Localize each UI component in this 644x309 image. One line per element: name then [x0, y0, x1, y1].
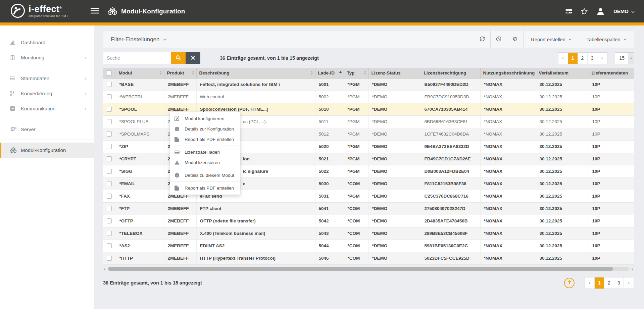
- sidebar-item-server[interactable]: ⚙⚙Server: [0, 122, 94, 137]
- column-header-lieferantendaten[interactable]: Lieferantendaten: [589, 68, 634, 78]
- row-checkbox[interactable]: [107, 94, 112, 99]
- row-checkbox[interactable]: [107, 107, 112, 112]
- cell-verfallsdatum: 30.12.2025: [536, 177, 589, 190]
- row-checkbox[interactable]: [107, 256, 112, 261]
- cell-lizenzberechtigung: FB49C7CD1C7AD26E: [421, 153, 480, 165]
- page-next[interactable]: ›: [597, 53, 607, 64]
- row-checkbox[interactable]: [107, 194, 112, 199]
- column-header-verfallsdatum[interactable]: Verfallsdatum: [536, 68, 589, 78]
- search-input[interactable]: [103, 52, 171, 64]
- sidebar-item-label: Kommunikation: [21, 106, 55, 111]
- cell-lizenzberechtigung: 6BD66B6163B3CF81: [421, 115, 480, 128]
- column-label: Lieferantendaten: [592, 70, 628, 75]
- column-header-nutzungsbeschr-nkung[interactable]: Nutzungsbeschränkung: [480, 68, 536, 78]
- cell-lizenz-status: *DEMO: [368, 240, 421, 252]
- context-menu-item-modul-konfigurieren[interactable]: Modul konfigurieren: [170, 113, 240, 124]
- context-menu-item-details-zu-diesem-modul[interactable]: Details zu diesem Modul: [170, 170, 240, 181]
- scrollbar-track[interactable]: [108, 267, 629, 271]
- clear-search-button[interactable]: [186, 52, 200, 64]
- cell-beschreibung: X.400 (Telekom business mail): [196, 227, 315, 240]
- table-row-oftp[interactable]: *OFTP2MEBEFFOFTP (odette file transfer)5…: [103, 215, 634, 227]
- app: i-effect® integrated solutions for IBM i…: [0, 0, 644, 309]
- sidebar-item-stammdaten[interactable]: Stammdaten‹: [0, 71, 94, 86]
- user-avatar-icon[interactable]: [596, 7, 605, 15]
- page-prev[interactable]: ‹: [585, 277, 595, 289]
- column-header-lizenzberechtigung[interactable]: Lizenzberechtigung: [421, 68, 480, 78]
- history-button[interactable]: [490, 31, 507, 48]
- filter-settings-toggle[interactable]: Filter-Einstellungen: [103, 31, 474, 48]
- cell-modul: *EMAIL: [116, 177, 164, 190]
- scroll-left-icon[interactable]: ‹: [103, 266, 106, 272]
- row-checkbox[interactable]: [107, 206, 112, 211]
- row-checkbox[interactable]: [107, 156, 112, 161]
- column-header-beschreibung[interactable]: Beschreibung: [196, 68, 315, 78]
- table-row-telebox[interactable]: *TELEBOX2MEBEFFX.400 (Telekom business m…: [103, 227, 634, 240]
- row-checkbox[interactable]: [107, 144, 112, 149]
- logo[interactable]: i-effect® integrated solutions for IBM i: [10, 3, 85, 20]
- context-menu-item-report-als-pdf-erstellen[interactable]: Report als PDF erstellen: [170, 134, 240, 145]
- row-checkbox[interactable]: [107, 218, 112, 223]
- row-checkbox[interactable]: [107, 132, 112, 137]
- table-row-ftp[interactable]: *FTP2MEBEFFFTP client5041*COM*DEMO275080…: [103, 202, 634, 215]
- table-row-http[interactable]: *HTTP2MEBEFFHTTP (Hypertext Transfer Pro…: [103, 252, 634, 264]
- row-checkbox[interactable]: [107, 119, 112, 124]
- table-row-as2[interactable]: *AS22MEBEFFEDIINT AS25044*COM*DEMO5981BE…: [103, 240, 634, 252]
- row-checkbox[interactable]: [107, 82, 112, 87]
- column-header-modul[interactable]: Modul: [116, 68, 164, 78]
- table-columns-button[interactable]: Tabellenspalten: [579, 31, 634, 48]
- table-row-webctrl[interactable]: *WEBCTRL2MEBEFFWeb control5002*PGM*DEMOF…: [103, 91, 634, 103]
- row-checkbox[interactable]: [107, 181, 112, 186]
- page-2[interactable]: 2: [604, 277, 614, 289]
- table-row-base[interactable]: *BASE2MEBEFFi-effect, integrated solutio…: [103, 78, 634, 91]
- page-1[interactable]: 1: [568, 53, 578, 64]
- context-menu-item-report-als-pdf-erstellen[interactable]: Report als PDF erstellen: [170, 183, 240, 193]
- swap-button[interactable]: [507, 31, 523, 48]
- sidebar-item-dashboard[interactable]: Dashboard: [0, 35, 94, 50]
- sidebar-item-konvertierung[interactable]: Konvertierung‹: [0, 86, 94, 101]
- column-header-lizenz-status[interactable]: Lizenz-Status: [368, 68, 421, 78]
- user-menu[interactable]: DEMO: [613, 8, 635, 14]
- refresh-icon: [480, 36, 485, 43]
- sidebar-item-monitoring[interactable]: Monitoring‹: [0, 50, 94, 65]
- server-icon[interactable]: [565, 9, 572, 14]
- refresh-button[interactable]: [474, 31, 490, 48]
- page-3[interactable]: 3: [588, 53, 597, 64]
- page-size-select[interactable]: 15: [615, 52, 634, 64]
- star-icon[interactable]: [581, 8, 588, 14]
- select-all-checkbox[interactable]: [107, 70, 112, 75]
- cell-nutzungsbeschr-nkung: *NOMAX: [480, 190, 536, 202]
- cell-lizenzberechtigung: D0B003A12FDB2E04: [421, 165, 480, 177]
- row-checkbox[interactable]: [107, 243, 112, 248]
- page-1[interactable]: 1: [595, 277, 604, 289]
- cell-typ: *PGM: [344, 91, 368, 103]
- save-icon: [175, 150, 185, 155]
- column-header-lade-id[interactable]: Lade-ID: [315, 68, 344, 78]
- scroll-to-top-button[interactable]: [564, 278, 575, 288]
- cell-nutzungsbeschr-nkung: *NOMAX: [480, 115, 536, 128]
- context-menu-item-details-zur-konfiguration[interactable]: Details zur Konfiguration: [170, 124, 240, 134]
- sidebar-item-kommunikation[interactable]: Kommunikation‹: [0, 101, 94, 116]
- scrollbar-thumb[interactable]: [108, 267, 613, 271]
- table-columns-label: Tabellenspalten: [587, 37, 621, 42]
- create-report-button[interactable]: Report erstellen: [523, 31, 579, 48]
- page-2[interactable]: 2: [578, 53, 588, 64]
- menu-toggle-button[interactable]: [91, 8, 99, 15]
- search-button[interactable]: [171, 52, 186, 64]
- context-menu: Modul konfigurierenDetails zur Konfigura…: [170, 112, 240, 195]
- cell-lade-id: 5043: [315, 227, 344, 240]
- column-header-typ[interactable]: Typ: [344, 68, 368, 78]
- row-checkbox[interactable]: [107, 231, 112, 236]
- page-next[interactable]: ›: [624, 277, 634, 289]
- column-header-produkt[interactable]: Produkt: [164, 68, 196, 78]
- context-menu-item-modul-lizensieren[interactable]: Modul lizensieren: [170, 157, 240, 168]
- cell-modul: *ZIP: [116, 140, 164, 153]
- page-3[interactable]: 3: [614, 277, 624, 289]
- sidebar-item-label: Stammdaten: [21, 75, 49, 81]
- row-checkbox[interactable]: [107, 169, 112, 174]
- context-menu-item-lizenzdatei-laden[interactable]: Lizenzdatei laden: [170, 147, 240, 157]
- cell-nutzungsbeschr-nkung: *NOMAX: [480, 215, 536, 227]
- page-prev[interactable]: ‹: [558, 53, 568, 64]
- sidebar-item-modul-konfiguration[interactable]: Modul-Konfiguration: [0, 143, 94, 158]
- scroll-right-icon[interactable]: ›: [631, 266, 634, 272]
- column-label: Lizenz-Status: [371, 70, 401, 75]
